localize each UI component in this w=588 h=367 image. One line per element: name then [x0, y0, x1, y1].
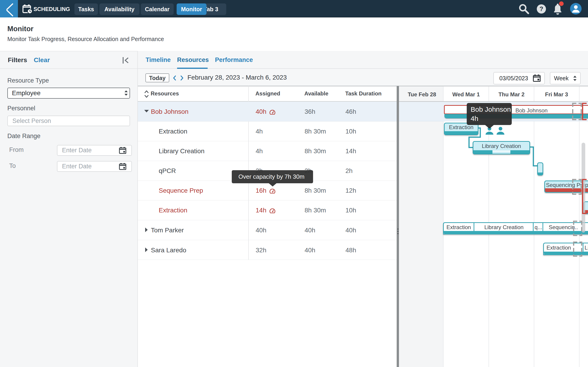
svg-text:?: ? — [540, 6, 544, 12]
